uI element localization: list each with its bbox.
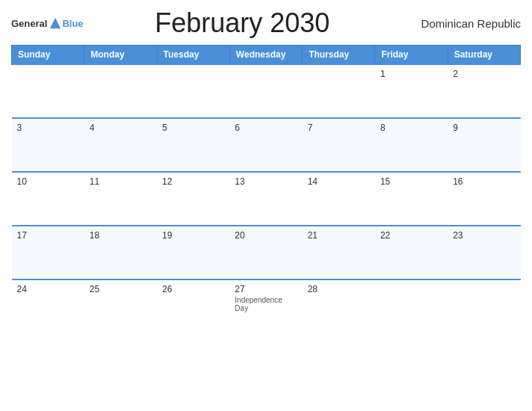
calendar-cell <box>375 279 448 333</box>
calendar-cell: 12 <box>157 172 229 226</box>
calendar-cell: 6 <box>229 118 302 172</box>
calendar-cell: 22 <box>375 226 448 279</box>
day-number: 10 <box>17 176 79 187</box>
calendar-cell: 8 <box>375 118 448 172</box>
calendar-cell: 16 <box>448 172 520 226</box>
calendar-cell: 19 <box>157 226 229 279</box>
calendar-week-row: 24252627Independence Day28 <box>12 279 521 333</box>
day-number: 11 <box>90 176 152 187</box>
day-number: 6 <box>235 123 297 133</box>
day-number: 5 <box>162 123 224 133</box>
day-number: 1 <box>380 69 442 79</box>
weekday-header-saturday: Saturday <box>448 46 520 65</box>
calendar-cell: 26 <box>157 279 229 333</box>
calendar-cell: 24 <box>12 279 84 333</box>
calendar-cell: 9 <box>448 118 520 172</box>
day-number: 28 <box>308 284 370 294</box>
day-number: 4 <box>90 123 152 133</box>
weekday-header-row: SundayMondayTuesdayWednesdayThursdayFrid… <box>12 46 521 65</box>
calendar-cell: 7 <box>303 118 375 172</box>
weekday-header-monday: Monday <box>84 46 157 65</box>
calendar-cell: 15 <box>375 172 448 226</box>
day-number: 23 <box>453 230 515 241</box>
calendar-table: SundayMondayTuesdayWednesdayThursdayFrid… <box>11 45 521 333</box>
day-number: 7 <box>308 123 370 133</box>
country-label: Dominican Republic <box>401 17 521 30</box>
calendar-cell: 13 <box>229 172 302 226</box>
calendar-cell: 25 <box>84 279 157 333</box>
event-label: Independence Day <box>235 296 297 312</box>
calendar-cell: 14 <box>303 172 375 226</box>
calendar-page: General Blue February 2030 Dominican Rep… <box>0 0 532 411</box>
calendar-cell <box>448 279 520 333</box>
svg-marker-0 <box>50 18 61 28</box>
calendar-title: February 2030 <box>84 7 401 39</box>
day-number: 20 <box>235 230 297 241</box>
calendar-cell: 18 <box>84 226 157 279</box>
day-number: 19 <box>162 230 224 241</box>
calendar-week-row: 10111213141516 <box>12 172 521 226</box>
calendar-cell <box>12 64 84 118</box>
weekday-header-thursday: Thursday <box>303 46 375 65</box>
calendar-cell <box>157 64 229 118</box>
calendar-cell: 20 <box>229 226 302 279</box>
calendar-cell: 28 <box>303 279 375 333</box>
day-number: 3 <box>17 123 79 133</box>
calendar-week-row: 12 <box>12 64 521 118</box>
calendar-cell: 27Independence Day <box>229 279 302 333</box>
calendar-cell: 5 <box>157 118 229 172</box>
day-number: 17 <box>17 230 79 241</box>
day-number: 8 <box>380 123 442 133</box>
logo-icon <box>49 16 62 30</box>
calendar-cell: 10 <box>12 172 84 226</box>
weekday-header-sunday: Sunday <box>12 46 84 65</box>
logo-general-text: General <box>11 18 47 29</box>
day-number: 21 <box>308 230 370 241</box>
day-number: 27 <box>235 284 297 294</box>
calendar-cell <box>229 64 302 118</box>
day-number: 15 <box>380 176 442 187</box>
calendar-cell: 3 <box>12 118 84 172</box>
calendar-cell <box>303 64 375 118</box>
calendar-week-row: 3456789 <box>12 118 521 172</box>
day-number: 16 <box>453 176 515 187</box>
calendar-cell: 11 <box>84 172 157 226</box>
day-number: 2 <box>453 69 515 79</box>
day-number: 13 <box>235 176 297 187</box>
calendar-cell: 2 <box>448 64 520 118</box>
day-number: 9 <box>453 123 515 133</box>
day-number: 24 <box>17 284 79 294</box>
calendar-cell: 21 <box>303 226 375 279</box>
calendar-week-row: 17181920212223 <box>12 226 521 279</box>
weekday-header-wednesday: Wednesday <box>229 46 302 65</box>
calendar-cell: 1 <box>375 64 448 118</box>
calendar-cell: 23 <box>448 226 520 279</box>
calendar-cell: 17 <box>12 226 84 279</box>
calendar-cell: 4 <box>84 118 157 172</box>
day-number: 14 <box>308 176 370 187</box>
day-number: 12 <box>162 176 224 187</box>
day-number: 25 <box>90 284 152 294</box>
weekday-header-friday: Friday <box>375 46 448 65</box>
day-number: 26 <box>162 284 224 294</box>
day-number: 22 <box>380 230 442 241</box>
calendar-header: General Blue February 2030 Dominican Rep… <box>11 7 521 39</box>
logo: General Blue <box>11 16 84 30</box>
calendar-cell <box>84 64 157 118</box>
day-number: 18 <box>90 230 152 241</box>
weekday-header-tuesday: Tuesday <box>157 46 229 65</box>
logo-blue-text: Blue <box>62 18 83 29</box>
